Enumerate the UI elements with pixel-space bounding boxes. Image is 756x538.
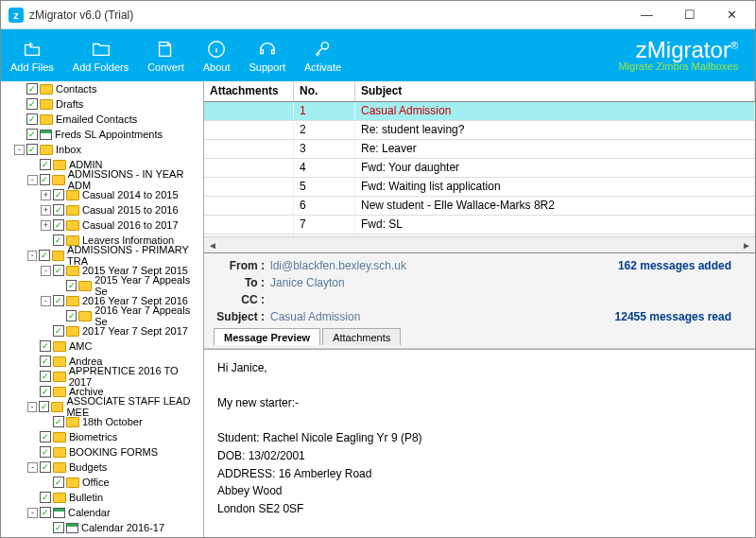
checkbox[interactable]: ✓ [26, 129, 38, 140]
tree-item[interactable]: +✓Casual 2014 to 2015 [1, 187, 203, 202]
table-row[interactable]: 6New student - Elle Wallace-Marks 8R2 [204, 197, 755, 216]
checkbox[interactable]: ✓ [40, 174, 51, 185]
tree-item[interactable]: ✓Office [1, 475, 203, 490]
tree-item[interactable]: -✓ADMISSIONS - PRIMARY TRA [1, 248, 203, 263]
table-row[interactable]: 3Re: Leaver [204, 140, 755, 159]
folder-icon [40, 99, 53, 110]
col-number[interactable]: No. [294, 81, 355, 101]
tab-attachments[interactable]: Attachments [322, 328, 401, 345]
checkbox[interactable]: ✓ [53, 219, 64, 231]
tree-item[interactable]: -✓ASSOCIATE STAFF LEAD MEE [1, 399, 203, 414]
maximize-button[interactable]: ☐ [668, 1, 711, 28]
minimize-button[interactable]: — [626, 1, 668, 28]
toggle-icon[interactable]: + [41, 190, 51, 200]
tree-item[interactable]: -✓Inbox [1, 142, 203, 157]
tree-item[interactable]: ✓Emailed Contacts [1, 112, 203, 127]
checkbox[interactable]: ✓ [26, 113, 38, 125]
checkbox[interactable]: ✓ [40, 492, 51, 503]
support-button[interactable]: Support [239, 29, 295, 81]
checkbox[interactable]: ✓ [40, 446, 51, 458]
toggle-icon[interactable]: - [41, 296, 51, 306]
folder-icon [53, 372, 66, 382]
tree-label: BOOKING FORMS [69, 446, 158, 458]
folder-icon [53, 432, 66, 443]
table-row[interactable]: 2Re: student leaving? [204, 121, 755, 140]
table-row[interactable]: 1Casual Admission [204, 102, 755, 121]
activate-button[interactable]: Activate [295, 29, 351, 81]
folder-icon [66, 296, 79, 306]
table-body[interactable]: 1Casual Admission2Re: student leaving?3R… [204, 102, 755, 236]
checkbox[interactable]: ✓ [66, 280, 77, 291]
add-files-button[interactable]: Add Files [1, 29, 63, 81]
h-scrollbar[interactable]: ◄► [204, 236, 755, 252]
checkbox[interactable]: ✓ [66, 310, 77, 321]
toggle-icon[interactable]: + [41, 220, 51, 231]
tree-item[interactable]: ✓Bulletin [1, 490, 203, 505]
tree-item[interactable]: ✓Biometrics [1, 429, 203, 444]
toggle-icon[interactable]: - [41, 266, 51, 276]
tree-item[interactable]: ✓2015 Year 7 Appeals Se [1, 278, 203, 293]
table-row[interactable]: 7Fwd: SL [204, 216, 755, 234]
checkbox[interactable]: ✓ [53, 295, 64, 306]
col-attachments[interactable]: Attachments [204, 81, 294, 101]
tree-item[interactable]: ✓APPRENTICE 2016 TO 2017 [1, 369, 203, 384]
folder-tree[interactable]: ✓Contacts✓Drafts✓Emailed Contacts✓Freds … [1, 81, 204, 537]
checkbox[interactable]: ✓ [53, 325, 64, 337]
tree-item[interactable]: ✓Calendar 2016-17 [1, 520, 203, 535]
checkbox[interactable]: ✓ [40, 340, 51, 352]
toggle-icon[interactable]: + [41, 205, 51, 216]
checkbox[interactable]: ✓ [40, 371, 51, 382]
checkbox[interactable]: ✓ [53, 189, 64, 200]
toggle-icon[interactable]: - [27, 462, 38, 473]
checkbox[interactable]: ✓ [26, 98, 38, 110]
message-preview-body[interactable]: Hi Janice, My new starter:- Student: Rac… [204, 349, 755, 537]
checkbox[interactable]: ✓ [40, 159, 51, 170]
tree-item[interactable]: ✓Contacts [1, 81, 203, 96]
tab-message-preview[interactable]: Message Preview [214, 328, 320, 345]
tree-item[interactable]: ✓BOOKING FORMS [1, 444, 203, 460]
checkbox[interactable]: ✓ [53, 265, 64, 276]
tree-item[interactable]: ✓2016 Year 7 Appeals Se [1, 308, 203, 323]
convert-button[interactable]: Convert [138, 29, 194, 81]
tree-label: Biometrics [69, 431, 117, 443]
tree-item[interactable]: ✓Freds SL Appointments [1, 127, 203, 142]
toggle-icon[interactable]: - [27, 175, 38, 185]
checkbox[interactable]: ✓ [53, 416, 64, 427]
tree-item[interactable]: ✓Drafts [1, 96, 203, 112]
close-button[interactable]: ✕ [711, 1, 753, 28]
checkbox[interactable]: ✓ [40, 507, 51, 518]
toggle-icon[interactable]: - [14, 145, 25, 155]
checkbox[interactable]: ✓ [40, 386, 51, 397]
checkbox[interactable]: ✓ [53, 522, 64, 533]
checkbox[interactable]: ✓ [53, 477, 64, 488]
calendar-icon [66, 523, 78, 533]
checkbox[interactable]: ✓ [40, 431, 51, 443]
folder-icon [78, 281, 92, 291]
table-row[interactable]: 4Fwd: Your daughter [204, 159, 755, 178]
tree-item[interactable]: ✓Canteen [1, 535, 203, 537]
toggle-icon[interactable]: - [27, 251, 37, 261]
toggle-icon[interactable]: - [27, 402, 37, 412]
checkbox[interactable]: ✓ [39, 250, 49, 261]
checkbox[interactable]: ✓ [26, 144, 38, 155]
checkbox[interactable]: ✓ [39, 401, 49, 412]
support-icon [257, 39, 278, 60]
col-subject[interactable]: Subject [355, 81, 755, 101]
checkbox[interactable]: ✓ [26, 83, 38, 95]
checkbox[interactable]: ✓ [40, 461, 51, 473]
table-row[interactable]: 5Fwd: Waiting list application [204, 178, 755, 197]
tree-item[interactable]: -✓Budgets [1, 460, 203, 475]
tree-item[interactable]: ✓AMC [1, 338, 203, 354]
tree-item[interactable]: ✓2017 Year 7 Sept 2017 [1, 323, 203, 338]
tree-item[interactable]: +✓Casual 2016 to 2017 [1, 217, 203, 233]
checkbox[interactable]: ✓ [53, 204, 64, 216]
tree-item[interactable]: -✓Calendar [1, 505, 203, 520]
folder-icon [40, 114, 53, 125]
checkbox[interactable]: ✓ [53, 234, 64, 246]
tree-item[interactable]: +✓Casual 2015 to 2016 [1, 202, 203, 217]
tree-item[interactable]: -✓ADMISSIONS - IN YEAR ADM [1, 172, 203, 187]
checkbox[interactable]: ✓ [40, 356, 51, 367]
about-button[interactable]: About [194, 29, 240, 81]
add-folders-button[interactable]: Add Folders [63, 29, 138, 81]
toggle-icon[interactable]: - [27, 508, 38, 518]
